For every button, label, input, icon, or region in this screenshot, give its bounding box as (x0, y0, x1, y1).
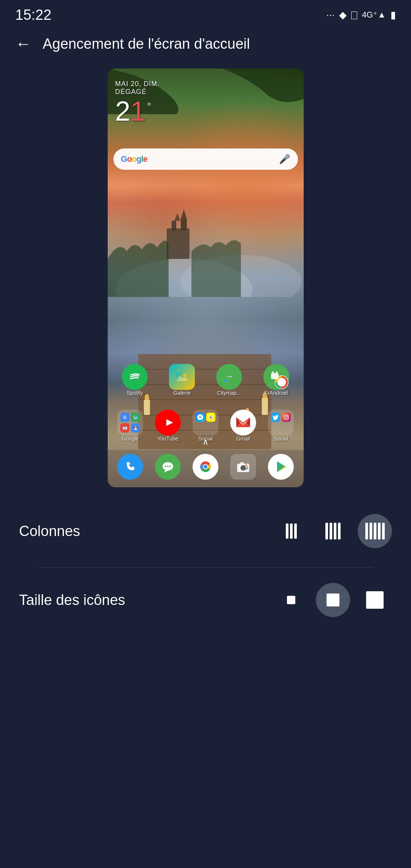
signal-dots-icon: ··· (326, 9, 335, 21)
svg-text:👻: 👻 (209, 415, 213, 420)
status-icons: ··· ◆ ⎕ 4G⁺▲ ▮ (326, 9, 396, 21)
svg-point-57 (245, 464, 247, 466)
gallery-icon (169, 364, 195, 390)
frandroid-icon (263, 364, 289, 390)
dock-area: ∧ (108, 437, 304, 487)
citymap-icon: → (216, 364, 242, 390)
size-large-button[interactable] (358, 583, 392, 617)
weather-temp-red: 1 (131, 97, 146, 125)
phone-preview: MAI 20, DIM. DÉGAGÉ 21° Google 🎤 (108, 69, 304, 487)
battery-icon: ▮ (390, 9, 396, 21)
app-item-citymap[interactable]: → Citymap... (212, 364, 246, 396)
svg-point-42 (285, 416, 287, 418)
svg-rect-2 (167, 228, 190, 259)
gallery-label: Galerie (174, 390, 191, 396)
phone-icon (117, 454, 143, 480)
col3-icon (286, 523, 297, 539)
camera-icon (230, 454, 256, 480)
youtube-icon (155, 410, 181, 436)
svg-rect-3 (172, 221, 176, 230)
dock-playstore[interactable] (264, 454, 298, 480)
size-large-icon (366, 591, 384, 609)
back-button[interactable]: ← (15, 35, 31, 53)
svg-point-24 (183, 373, 186, 377)
google-folder-icon: G 🗺️ 📧 💾 (117, 410, 143, 436)
playstore-icon (268, 454, 294, 480)
size-medium-button[interactable] (316, 583, 350, 617)
vibrate-icon: ⎕ (351, 9, 357, 21)
columns-4-button[interactable] (316, 514, 350, 548)
app-item-gallery[interactable]: Galerie (165, 364, 199, 396)
svg-point-36 (272, 372, 274, 373)
svg-marker-6 (181, 209, 187, 219)
social2-folder-icon (268, 410, 294, 436)
size-medium-icon (327, 594, 339, 606)
messages-icon (155, 454, 181, 480)
status-time: 15:22 (15, 7, 51, 23)
svg-marker-5 (174, 213, 180, 221)
icon-size-label: Taille des icônes (19, 592, 125, 608)
svg-point-47 (167, 466, 169, 467)
dock-messages[interactable] (151, 454, 185, 480)
size-small-button[interactable] (274, 583, 308, 617)
spotify-label: Spotify (127, 390, 143, 396)
dock-phone[interactable] (113, 454, 147, 480)
svg-rect-56 (240, 462, 244, 464)
icon-size-controls (274, 583, 392, 617)
app-item-spotify[interactable]: Spotify (118, 364, 152, 396)
weather-condition: DÉGAGÉ (115, 88, 160, 96)
dock-arrow: ∧ (108, 437, 304, 447)
columns-label: Colonnes (19, 523, 80, 539)
spotify-icon (122, 364, 148, 390)
chrome-icon (193, 454, 218, 480)
size-small-icon (287, 596, 295, 604)
svg-marker-61 (277, 461, 286, 472)
frandroid-label: FrAndroid (264, 390, 288, 396)
mic-icon[interactable]: 🎤 (279, 154, 290, 164)
columns-setting-row: Colonnes (19, 514, 392, 548)
svg-rect-4 (181, 219, 187, 230)
svg-rect-35 (271, 373, 279, 379)
svg-point-46 (165, 466, 166, 467)
weather-temp: 21° (115, 97, 160, 125)
svg-point-59 (247, 467, 248, 469)
svg-point-58 (247, 466, 248, 467)
app-item-frandroid[interactable]: FrAndroid (259, 364, 293, 396)
weather-temp-num: 2 (115, 97, 131, 125)
svg-point-48 (169, 466, 171, 467)
icon-size-setting-row: Taille des icônes (19, 583, 392, 617)
col5-icon (365, 523, 385, 539)
dock-row (108, 450, 304, 487)
columns-5-button[interactable] (358, 514, 392, 548)
svg-point-28 (224, 380, 226, 382)
columns-3-button[interactable] (274, 514, 308, 548)
svg-point-34 (279, 380, 284, 385)
weather-date: MAI 20, DIM. (115, 80, 160, 88)
header-bar: ← Agencement de l'écran d'accueil (0, 27, 411, 61)
svg-point-51 (204, 465, 207, 469)
gmail-icon (230, 410, 256, 436)
weather-widget: MAI 20, DIM. DÉGAGÉ 21° (115, 80, 160, 125)
svg-point-55 (242, 467, 244, 469)
mountain-overlay (108, 183, 304, 297)
svg-marker-38 (166, 419, 173, 426)
columns-controls (274, 514, 392, 548)
status-bar: 15:22 ··· ◆ ⎕ 4G⁺▲ ▮ (0, 0, 411, 27)
bluetooth-icon: ◆ (339, 9, 347, 21)
settings-section: Colonnes (0, 499, 411, 651)
google-logo: Google (121, 154, 148, 164)
dock-camera[interactable] (226, 454, 260, 480)
svg-point-43 (287, 415, 288, 416)
phone-preview-wrapper: MAI 20, DIM. DÉGAGÉ 21° Google 🎤 (0, 61, 411, 499)
google-search-bar[interactable]: Google 🎤 (113, 148, 298, 170)
svg-point-37 (276, 372, 277, 373)
app-row-1: Spotify (108, 364, 304, 396)
dock-chrome[interactable] (188, 454, 223, 480)
signal-4g-icon: 4G⁺▲ (362, 10, 386, 20)
col4-icon (325, 523, 341, 539)
social1-folder-icon: 👻 (193, 410, 218, 436)
weather-temp-unit: ° (147, 101, 151, 112)
svg-point-60 (245, 468, 247, 470)
citymap-label: Citymap... (217, 390, 241, 396)
page-title: Agencement de l'écran d'accueil (43, 36, 250, 52)
